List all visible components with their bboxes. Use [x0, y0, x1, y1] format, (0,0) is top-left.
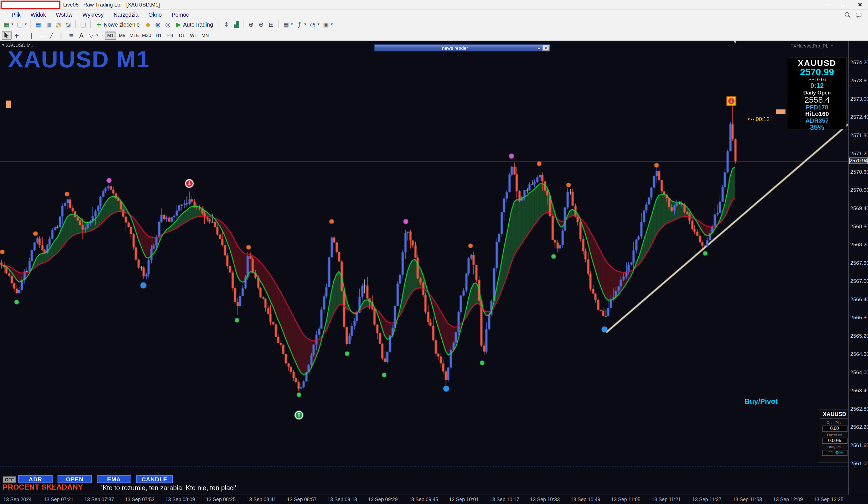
periods-dropdown[interactable]: ▾ [316, 20, 321, 29]
chart-shift-marker-icon[interactable]: ▼ [733, 41, 737, 45]
price-axis-label: 2571.80 [850, 132, 868, 138]
toolbar-separator [219, 20, 219, 28]
menubar: PlikWidokWstawWykresyNarzędziaOknoPomoc [0, 10, 868, 19]
session-marker-left [6, 101, 11, 108]
mt4-window: Live05 - Raw Trading Ltd - [XAUUSD,M1] –… [0, 0, 868, 504]
time-axis[interactable]: 13 Sep 202413 Sep 07:2113 Sep 07:3713 Se… [0, 495, 868, 504]
candle-button[interactable]: CANDLE [136, 475, 173, 483]
chart-canvas[interactable] [0, 41, 848, 495]
bar-chart-icon[interactable]: ▟ [231, 20, 241, 29]
time-axis-label: 13 Sep 09:13 [328, 497, 357, 503]
open-button[interactable]: OPEN [58, 475, 92, 483]
chart-list-dropdown[interactable]: ▾ [290, 20, 294, 29]
cursor-icon[interactable] [2, 31, 12, 40]
adr-button[interactable]: ADR [18, 475, 53, 483]
price-axis-label: 2562.80 [850, 405, 868, 412]
menu-item-plik[interactable]: Plik [7, 11, 25, 17]
toolbar-separator [244, 20, 244, 28]
chart-tab-label: XAUUSD,M1 [6, 42, 33, 48]
market-watch-icon[interactable]: ▤ [33, 20, 43, 29]
experts-icon[interactable]: ◉ [153, 20, 163, 29]
timeframe-m30[interactable]: M30 [140, 31, 153, 39]
position-panel: XAUUSD OpenPips 0.00 OpenPos 0.00% Daily… [818, 410, 851, 463]
search-icon[interactable] [845, 12, 849, 17]
terminal-icon[interactable]: ▨ [63, 20, 73, 29]
autotrading-button[interactable]: ▶AutoTrading [173, 20, 216, 29]
time-axis-label: 13 Sep 07:53 [125, 497, 155, 503]
zoom-out-icon[interactable]: ⊖ [256, 20, 266, 29]
toolbar-separator [279, 20, 279, 28]
text-icon[interactable]: A [76, 31, 86, 40]
timeframe-w1[interactable]: W1 [188, 31, 199, 39]
timeframe-mn[interactable]: MN [199, 31, 211, 39]
chart-area: XAUUSD M1 ▾ XAUUSD,M1 ▼ news reader ▲ × … [0, 41, 868, 504]
news-reader-panel[interactable]: news reader ▲ × [374, 44, 550, 51]
price-axis-label: 2568.80 [850, 223, 868, 229]
quote-text: 'Kto to rozumie, ten zarabia. Kto nie, t… [101, 484, 238, 492]
indicators-dropdown[interactable]: ▾ [303, 20, 308, 29]
timeframe-h4[interactable]: H4 [165, 31, 176, 39]
current-price-badge: 2570.94 [849, 157, 868, 164]
menu-item-narzędzia[interactable]: Narzędzia [108, 11, 143, 17]
navigator-icon[interactable]: ▧ [53, 20, 63, 29]
titlebar: Live05 - Raw Trading Ltd - [XAUUSD,M1] –… [0, 0, 868, 10]
data-window-icon[interactable]: ▥ [43, 20, 53, 29]
menu-item-wstaw[interactable]: Wstaw [51, 11, 78, 17]
profiles-dropdown[interactable]: ▾ [23, 20, 28, 29]
menu-item-pomoc[interactable]: Pomoc [167, 11, 194, 17]
timeframe-m15[interactable]: M15 [128, 31, 140, 39]
channel-icon[interactable]: ‖ [56, 31, 66, 40]
indicator-gear-icon[interactable]: ○ [831, 43, 834, 49]
chart-tab[interactable]: ▾ XAUUSD,M1 [2, 42, 33, 48]
crosshair-icon[interactable]: + [12, 31, 21, 40]
daily-pl-label: Daily P/L [818, 445, 851, 450]
price-axis[interactable]: 2574.202573.602573.002572.402571.802571.… [848, 41, 868, 495]
new-order-button[interactable]: +Nowe zlecenie [93, 20, 143, 29]
menu-item-widok[interactable]: Widok [25, 11, 51, 17]
news-collapse-icon[interactable]: ▲ [535, 46, 542, 50]
timeframe-m1[interactable]: M1 [105, 31, 116, 39]
buy-pivot-label: Buy/Pivot [744, 397, 777, 405]
metaeditor-icon[interactable]: ◆ [143, 20, 153, 29]
fibonacci-icon[interactable]: ≡ [66, 31, 76, 40]
price-axis-label: 2567.60 [850, 260, 868, 266]
info-countdown: 0:12 [788, 82, 846, 89]
menu-item-okno[interactable]: Okno [143, 11, 166, 17]
toolbar-separator [24, 31, 24, 39]
trendline-icon[interactable]: ╱ [46, 31, 56, 40]
ema-button[interactable]: EMA [97, 475, 131, 483]
redacted-account-box [1, 1, 60, 9]
pfd-value: PFD178 [788, 104, 846, 110]
maximize-button[interactable]: ▢ [836, 0, 852, 9]
strategy-tester-icon[interactable]: ◰ [78, 20, 88, 29]
new-chart-dropdown[interactable]: ▾ [10, 20, 15, 29]
price-axis-label: 2570.60 [850, 168, 868, 175]
chat-icon[interactable] [856, 12, 861, 17]
candle-countdown-label: <-- 00:12 [747, 116, 769, 122]
sort-icon[interactable]: ↕ [221, 20, 231, 29]
adr-percent: 35% [788, 124, 846, 132]
vertical-line-icon[interactable]: | [27, 31, 37, 40]
time-axis-label: 13 Sep 10:01 [449, 497, 479, 503]
off-button[interactable]: OFF [3, 476, 16, 483]
timeframe-m5[interactable]: M5 [116, 31, 128, 39]
menu-item-wykresy[interactable]: Wykresy [78, 11, 108, 17]
options-icon[interactable]: ◎ [163, 20, 173, 29]
templates-dropdown[interactable]: ▾ [329, 20, 334, 29]
timeframe-h1[interactable]: H1 [153, 31, 165, 39]
time-axis-label: 13 Sep 11:21 [652, 497, 681, 503]
price-axis-label: 2570.00 [850, 187, 868, 193]
indicator-name-label: FXHarvestPro_PL [790, 43, 828, 49]
shapes-dropdown[interactable]: ▾ [95, 31, 100, 40]
zoom-in-icon[interactable]: ⊕ [246, 20, 256, 29]
time-axis-label: 13 Sep 12:25 [814, 497, 844, 503]
timeframe-d1[interactable]: D1 [176, 31, 188, 39]
minimize-button[interactable]: – [820, 0, 836, 9]
tile-windows-icon[interactable]: ⊞ [266, 20, 276, 29]
toolbar-separator [31, 20, 31, 28]
news-close-icon[interactable]: × [542, 45, 549, 51]
close-button[interactable]: × [852, 0, 868, 9]
position-symbol: XAUUSD [820, 411, 849, 419]
time-axis-label: 13 Sep 07:37 [84, 497, 114, 503]
horizontal-line-icon[interactable]: — [37, 31, 46, 40]
